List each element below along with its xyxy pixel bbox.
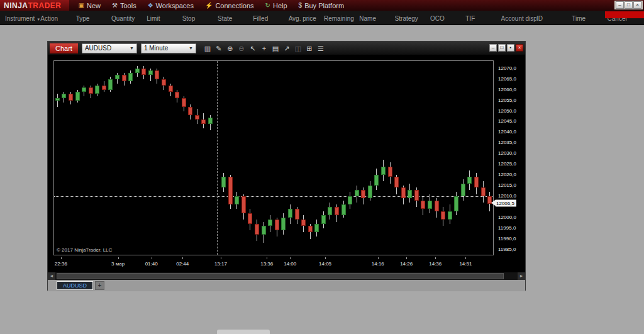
candle-body	[169, 86, 173, 92]
chart-titlebar: Chart AUDUSD ▼ 1 Minute ▼ ▥✎⊕⊖↖+▤↗◫⊞☰ –□…	[48, 42, 525, 55]
plot-area[interactable]: © 2017 NinjaTrader, LLC	[53, 60, 494, 255]
cursor-icon[interactable]: ↖	[248, 43, 258, 53]
candle-body	[128, 73, 133, 82]
time-axis-tick	[290, 257, 291, 259]
scroll-left-arrow[interactable]: ◄	[48, 272, 55, 280]
time-axis-tick	[152, 257, 152, 259]
candle-body	[155, 70, 159, 79]
price-axis-label: 12000,0	[498, 214, 516, 220]
chart-restore-button[interactable]: □	[498, 44, 506, 52]
candle-body	[288, 209, 292, 218]
time-axis-label: 3 мар	[111, 261, 125, 267]
properties-icon[interactable]: ⊞	[304, 43, 314, 53]
grid-col-time: Time	[572, 15, 607, 22]
menu-item-label: Workspaces	[156, 2, 194, 9]
menu-item-new[interactable]: ▣New	[73, 0, 106, 11]
menu-item-connections[interactable]: ⚡Connections	[199, 0, 260, 11]
candle-body	[314, 224, 319, 233]
window-restore-button[interactable]: □	[625, 1, 633, 9]
candle-body	[361, 190, 365, 199]
chart-pin-button[interactable]: ▪	[507, 44, 514, 52]
log-icon[interactable]: ☰	[316, 43, 326, 53]
time-axis-tick	[182, 257, 183, 259]
scrollbar-thumb[interactable]	[57, 273, 504, 279]
chart-client-area: © 2017 NinjaTrader, LLC 12070,012065,012…	[48, 55, 525, 272]
time-axis-tick	[406, 257, 407, 259]
candle-body	[401, 187, 406, 198]
menu-item-buy-platform[interactable]: $Buy Platform	[293, 0, 350, 11]
add-tab-button[interactable]: +	[95, 281, 104, 290]
tab-audusd[interactable]: AUDUSD	[57, 281, 93, 290]
candle-body	[454, 196, 458, 211]
last-price-arrow-icon	[491, 200, 496, 206]
candle-body	[108, 79, 113, 90]
grid-col-state: State	[218, 15, 253, 22]
candle-body	[295, 209, 299, 220]
ninjatrader-logo: NINJATRADER	[0, 0, 69, 11]
instrument-filter-arrow[interactable]: ▼	[36, 18, 40, 21]
window-minimize-button[interactable]: –	[616, 1, 624, 9]
time-axis-label: 14:51	[459, 261, 472, 267]
chart-scrollbar[interactable]: ◄ ►	[48, 272, 525, 280]
candle-body	[182, 98, 186, 107]
price-axis-label: 12015,0	[498, 182, 516, 188]
candle-body	[262, 226, 266, 235]
candle-body	[242, 196, 246, 213]
candle-body	[95, 86, 99, 94]
time-axis-label: 01:40	[145, 261, 158, 267]
candle-body	[308, 226, 313, 232]
menu-item-label: Tools	[120, 2, 136, 9]
chart-window-tab[interactable]: Chart	[50, 43, 78, 53]
price-axis-label: 11985,0	[498, 246, 516, 252]
grid-col-stop: Stop	[182, 15, 218, 22]
chart-minimize-button[interactable]: –	[489, 44, 497, 52]
price-axis-label: 12045,0	[498, 118, 516, 124]
data-box-icon[interactable]: ▤	[270, 43, 280, 53]
candle-body	[381, 167, 386, 175]
chart-close-button[interactable]: ×	[516, 44, 523, 52]
grid-col-filled: Filled	[253, 15, 288, 22]
candle-body	[448, 211, 452, 220]
chart-tabstrip: AUDUSD +	[48, 280, 525, 291]
interval-select[interactable]: 1 Minute ▼	[141, 43, 196, 53]
grid-col-limit: Limit	[147, 15, 182, 22]
logo-text-ninja: NINJA	[4, 1, 28, 10]
chart-trader-icon[interactable]: ↗	[282, 43, 292, 53]
window-close-button[interactable]: ×	[633, 1, 641, 9]
drawing-panel-icon[interactable]: ◫	[293, 43, 303, 53]
menu-item-workspaces[interactable]: ❖Workspaces	[142, 0, 199, 11]
time-axis-label: 14:36	[429, 261, 441, 267]
candle-body	[62, 94, 66, 98]
time-axis-tick	[221, 257, 221, 259]
candle-body	[414, 190, 419, 201]
candle-body	[355, 190, 359, 196]
chevron-down-icon: ▼	[130, 46, 134, 50]
scroll-right-arrow[interactable]: ►	[518, 272, 525, 280]
candle-body	[408, 190, 412, 199]
instrument-select-value: AUDUSD	[85, 45, 111, 52]
candle-body	[148, 70, 153, 75]
dollar-icon: $	[299, 3, 303, 9]
time-axis-tick	[118, 257, 119, 259]
price-axis-label: 11995,0	[498, 225, 516, 230]
grid-col-name: Name	[359, 15, 394, 22]
last-price-tag: 12006,5	[491, 199, 516, 206]
grid-col-quantity: Quantity	[111, 15, 147, 22]
candle-body	[394, 177, 399, 187]
menu-item-help[interactable]: ↻Help	[260, 0, 293, 11]
chart-style-icon[interactable]: ▥	[203, 43, 213, 53]
logo-text-trader: TRADER	[28, 1, 62, 10]
candle-body	[461, 184, 465, 196]
instrument-select[interactable]: AUDUSD ▼	[82, 43, 137, 53]
chevron-down-icon: ▼	[189, 46, 193, 50]
candle-body	[341, 204, 346, 215]
time-axis[interactable]: 22:363 мар01:4002:4413:1713:3614:0014:05…	[53, 257, 494, 270]
zoom-out-icon[interactable]: ⊖	[236, 43, 247, 53]
price-axis-label: 12060,0	[498, 86, 516, 92]
menu-item-tools[interactable]: ⚒Tools	[106, 0, 142, 11]
zoom-in-icon[interactable]: ⊕	[225, 43, 235, 53]
candle-body	[208, 118, 213, 124]
price-axis[interactable]: 12070,012065,012060,012055,012050,012045…	[496, 60, 525, 255]
crosshair-icon[interactable]: +	[259, 43, 269, 53]
draw-tools-icon[interactable]: ✎	[214, 43, 224, 53]
